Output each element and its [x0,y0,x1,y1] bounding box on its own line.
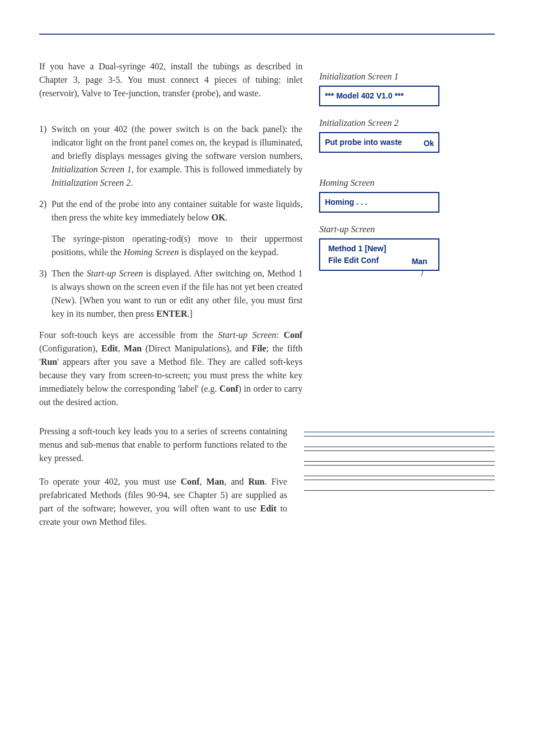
lcd-startup-man: Man [411,256,427,267]
lcd-homing-text: Homing . . . [325,196,434,208]
step-2-sub: The syringe-piston operating-rod(s) move… [51,232,302,259]
step1-text-c: . [131,178,133,187]
lcd-startup: Method 1 [New] File Edit Conf Man [319,238,439,271]
step2-bold: OK [212,213,226,222]
step-number-1: 1) [39,123,51,190]
step-number-2: 2) [39,198,51,224]
soft-key-lead-paragraph: Pressing a soft-touch key leads you to a… [39,425,287,465]
step3-bold: ENTER [156,309,187,318]
p4-conf: Conf [284,330,303,340]
p6-edit: Edit [260,504,277,513]
step1-text-a: Switch on your 402 (the power switch is … [51,124,302,161]
homing-label: Homing Screen [319,176,495,190]
startup-tick-mark [319,271,439,276]
step3-a: Then the [51,269,87,278]
top-divider [39,34,495,35]
step2sub-b: is displayed on the keypad. [179,247,278,257]
init2-label: Initialization Screen 2 [319,116,495,130]
p4-conf2: Conf [219,384,238,393]
lcd-init1-text: *** Model 402 V1.0 *** [325,90,434,102]
p4-a: Four soft-touch keys are accessible from… [39,330,218,340]
lcd-init2-line1: Put probe into waste [325,137,434,148]
step2sub-em: Homing Screen [124,247,179,257]
p6-b: , [200,477,207,486]
step1-text-b: , for example. This is followed immediat… [132,165,302,174]
lcd-startup-line1: Method 1 [New] [328,243,434,255]
startup-label: Start-up Screen [319,223,495,236]
lcd-init2-ok: Ok [424,138,434,149]
lcd-homing: Homing . . . [319,192,439,213]
right-rule-stack [304,425,495,539]
step1-em2: Initialization Screen 2 [51,178,131,187]
p4-em1: Start-up Screen [218,330,277,340]
p4-run: Run [41,357,57,367]
lcd-startup-line2: File Edit Conf [328,256,378,265]
step2-text-a: Put the end of the probe into any contai… [51,199,302,222]
step-3: 3) Then the Start-up Screen is displayed… [39,267,302,321]
p6-conf: Conf [181,477,200,486]
init1-label: Initialization Screen 1 [319,70,495,83]
step-1: 1) Switch on your 402 (the power switch … [39,123,302,190]
step1-em1: Initialization Screen 1 [51,165,132,174]
p4-man: Man [124,344,142,353]
p4-file: File [252,344,266,353]
p4-d: , [118,344,124,353]
p6-a: To operate your 402, you must use [39,477,181,486]
lcd-init1: *** Model 402 V1.0 *** [319,86,439,106]
p4-c: (Configuration), [39,344,101,353]
step3-c: .] [187,309,192,318]
lcd-init2: Put probe into waste Ok [319,132,439,153]
step-2: 2) Put the end of the probe into any con… [39,198,302,224]
p6-run: Run [248,477,264,486]
p4-b: : [277,330,284,340]
step3-em: Start-up Screen [87,269,143,278]
p4-e: (Direct Manipulations), and [142,344,252,353]
soft-keys-paragraph: Four soft-touch keys are accessible from… [39,328,302,409]
p4-edit: Edit [101,344,118,353]
p6-man: Man [207,477,224,486]
operate-paragraph: To operate your 402, you must use Conf, … [39,475,287,529]
step-number-3: 3) [39,267,51,321]
p6-c: , and [224,477,249,486]
step2-text-b: . [226,213,228,222]
intro-paragraph: If you have a Dual-syringe 402, install … [39,60,302,100]
